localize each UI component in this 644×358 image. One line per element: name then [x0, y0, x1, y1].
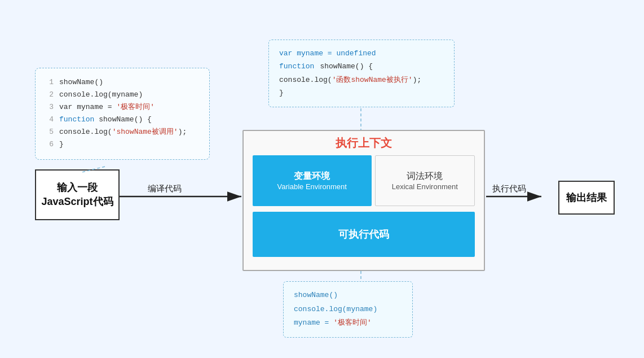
code-line-4: 4 function showName() { [46, 113, 199, 126]
popup-top-code: var myname = undefined function showName… [268, 40, 455, 107]
exec-context-box: 执行上下文 变量环境 Variable Environment 词法环境 Lex… [242, 130, 485, 271]
input-line1: 输入一段 [41, 181, 113, 195]
exec-ctx-title: 执行上下文 [244, 136, 484, 151]
var-env-zh: 变量环境 [294, 171, 330, 182]
input-box: 输入一段 JavaScript代码 [35, 169, 120, 220]
lex-env-zh: 词法环境 [407, 171, 443, 182]
compile-label: 编译代码 [148, 184, 182, 194]
var-env-en: Variable Environment [277, 182, 347, 191]
code-line-1: 1 showName() [46, 76, 199, 89]
output-box: 输出结果 [558, 181, 615, 215]
popup-bottom-line2: console.log(myname) [294, 303, 402, 317]
code-text-6: } [59, 138, 64, 151]
env-row: 变量环境 Variable Environment 词法环境 Lexical E… [244, 155, 484, 206]
popup-top-kw: function [279, 60, 314, 73]
popup-bottom-line3: myname = '极客时间' [294, 316, 402, 330]
input-box-text: 输入一段 JavaScript代码 [41, 181, 113, 209]
code-text-3: var myname = '极客时间' [59, 101, 155, 113]
popup-top-line3: console.log('函数showName被执行'); [279, 73, 444, 86]
code-line-5: 5 console.log('showName被调用'); [46, 126, 199, 138]
line-num-4: 4 [46, 113, 54, 126]
popup-top-line1-text: var myname = undefined [279, 47, 376, 60]
code-line-2: 2 console.log(myname) [46, 89, 199, 101]
line-num-2: 2 [46, 89, 54, 101]
code-text-5: console.log('showName被调用'); [59, 126, 187, 138]
popup-top-line1: var myname = undefined [279, 47, 444, 60]
code-text-4: function showName() { [59, 113, 152, 126]
lex-env-box: 词法环境 Lexical Environment [375, 155, 475, 206]
popup-top-rest: showName() { [320, 60, 373, 73]
execute-label: 执行代码 [492, 184, 526, 194]
popup-bottom-line1: showName() [294, 289, 402, 303]
code-text-2: console.log(myname) [59, 89, 143, 101]
var-env-box: 变量环境 Variable Environment [253, 155, 372, 206]
input-line2: JavaScript代码 [41, 195, 113, 209]
code-box: 1 showName() 2 console.log(myname) 3 var… [35, 68, 210, 160]
line-num-5: 5 [46, 126, 54, 138]
exec-code-box: 可执行代码 [253, 212, 475, 257]
popup-bottom-code: showName() console.log(myname) myname = … [283, 281, 413, 338]
popup-top-line2: function showName() { [279, 60, 444, 73]
popup-top-line3-text: console.log('函数showName被执行'); [279, 73, 421, 86]
code-text-1: showName() [59, 76, 103, 89]
popup-top-line4: } [279, 86, 444, 99]
line-num-6: 6 [46, 138, 54, 151]
line-num-3: 3 [46, 101, 54, 113]
popup-top-str: '函数showName被执行' [332, 76, 413, 84]
line-num-1: 1 [46, 76, 54, 89]
popup-top-brace: } [279, 86, 284, 99]
code-line-6: 6 } [46, 138, 199, 151]
code-line-3: 3 var myname = '极客时间' [46, 101, 199, 113]
lex-env-en: Lexical Environment [392, 182, 458, 191]
